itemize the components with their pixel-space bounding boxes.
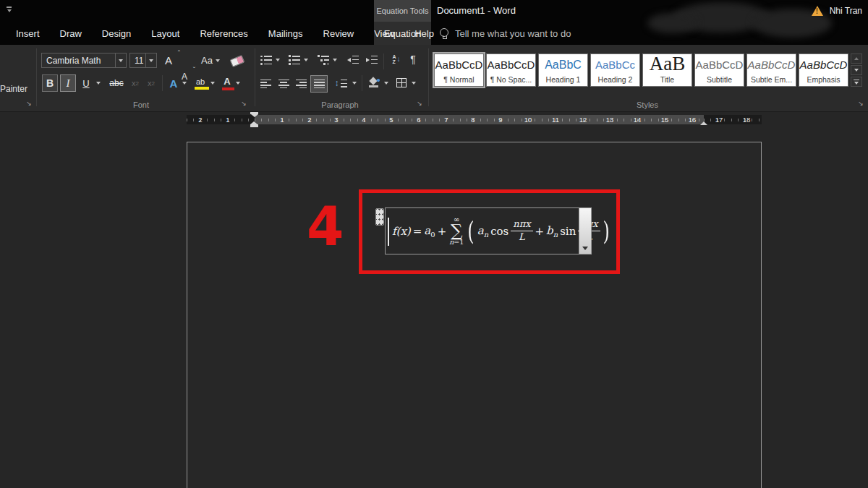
style-emphasis[interactable]: AaBbCcD Emphasis [799, 53, 848, 87]
line-spacing-button[interactable]: ↕ [332, 76, 349, 90]
account-area[interactable]: Nhi Tran [812, 0, 862, 22]
align-right-button[interactable] [294, 77, 308, 90]
ruler-number: 13 [606, 115, 614, 124]
tab-layout[interactable]: Layout [141, 22, 190, 45]
chevron-down-icon [384, 82, 388, 85]
font-dialog-launcher[interactable]: ↘ [239, 99, 248, 108]
styles-scroll-up-button[interactable] [851, 53, 862, 64]
paint-bucket-icon [368, 77, 380, 87]
chevron-down-icon [333, 59, 337, 61]
tab-view[interactable]: View [364, 22, 404, 45]
multilevel-list-icon [318, 56, 329, 65]
numbered-list-menu-button[interactable] [302, 55, 310, 65]
shading-button[interactable] [366, 75, 382, 90]
eq-an: an [477, 224, 488, 239]
superscript-button[interactable]: x2 [144, 74, 158, 92]
shading-menu-button[interactable] [382, 77, 391, 89]
chevron-down-icon [412, 82, 416, 85]
strikethrough-button[interactable]: abc [106, 74, 127, 92]
justify-icon [314, 80, 325, 89]
eq-open-paren: ( [467, 218, 475, 244]
text-effects-button[interactable]: A [166, 74, 181, 92]
tab-draw[interactable]: Draw [50, 22, 92, 45]
clipboard-dialog-launcher[interactable]: ↘ [25, 99, 33, 108]
multilevel-list-button[interactable] [317, 54, 330, 66]
ruler-number: 4 [362, 115, 365, 124]
background-cloud-decoration [647, 13, 698, 33]
right-indent-marker[interactable] [700, 121, 707, 125]
equation-object[interactable]: f(x) = a0 + ∞ ∑ n=1 ( an cos nπx L + bn … [385, 207, 579, 254]
quick-access-toolbar-icon[interactable] [6, 7, 12, 12]
style-subtitle[interactable]: AaBbCcD Subtitle [694, 53, 744, 87]
font-name-select[interactable]: Cambria Math [41, 53, 127, 68]
chevron-down-icon [854, 69, 859, 72]
font-color-button[interactable]: A [219, 74, 235, 92]
text-highlight-menu-button[interactable] [208, 74, 217, 92]
ruler-number: 9 [498, 115, 502, 124]
grow-font-button[interactable]: Aˆ [161, 53, 176, 68]
style-heading-2[interactable]: AaBbCc Heading 2 [590, 53, 640, 87]
tell-me-search[interactable]: Tell me what you want to do [440, 22, 571, 45]
tab-references[interactable]: References [190, 22, 258, 45]
text-effects-menu-button[interactable] [180, 74, 189, 92]
bullet-list-button[interactable] [260, 54, 273, 66]
change-case-button[interactable]: Aa [197, 53, 224, 68]
bold-button[interactable]: B [42, 74, 58, 92]
bullet-list-menu-button[interactable] [273, 55, 282, 65]
ruler-number: 15 [661, 115, 669, 124]
ruler-right-margin: 17 18 [704, 115, 762, 124]
format-painter-label[interactable]: Painter [0, 84, 27, 94]
line-spacing-menu-button[interactable] [350, 77, 359, 89]
chevron-down-icon [582, 247, 588, 250]
font-color-menu-button[interactable] [234, 74, 242, 92]
equation-drag-handle[interactable] [375, 208, 384, 226]
style-subtle-emphasis[interactable]: AaBbCcD Subtle Em... [746, 53, 796, 87]
ruler-number: 12 [579, 115, 587, 124]
lightbulb-icon [440, 28, 448, 39]
equation-options-dropdown[interactable] [579, 207, 592, 254]
align-left-button[interactable] [258, 77, 273, 90]
italic-glyph: I [67, 77, 70, 90]
borders-button[interactable] [394, 76, 409, 89]
eq-fraction: nπx L [511, 219, 532, 243]
style-no-spacing[interactable]: AaBbCcD ¶ No Spac... [486, 53, 536, 87]
paragraph-dialog-launcher[interactable]: ↘ [415, 99, 424, 108]
underline-menu-button[interactable] [94, 74, 103, 92]
multilevel-list-menu-button[interactable] [331, 55, 339, 65]
style-normal[interactable]: AaBbCcD ¶ Normal [434, 53, 484, 87]
font-size-select[interactable]: 11 [129, 53, 157, 68]
tab-insert[interactable]: Insert [6, 22, 50, 45]
italic-button[interactable]: I [60, 74, 76, 92]
line-spacing-icon: ↕ [335, 78, 339, 88]
styles-scroll-down-button[interactable] [851, 65, 862, 75]
justify-button[interactable] [310, 75, 328, 93]
show-formatting-marks-button[interactable]: ¶ [407, 53, 420, 66]
ribbon-tabs: Insert Draw Design Layout References Mai… [6, 22, 444, 45]
styles-gallery-more-button[interactable] [851, 77, 862, 87]
styles-dialog-launcher[interactable]: ↘ [856, 99, 865, 108]
style-heading-1[interactable]: AaBbC Heading 1 [538, 53, 588, 87]
sort-button[interactable]: AZ ↓ [389, 53, 404, 66]
tab-review[interactable]: Review [313, 22, 365, 45]
user-name: Nhi Tran [830, 6, 862, 16]
eq-a0: a0 [424, 224, 435, 239]
eq-plus: + [535, 225, 545, 238]
chevron-down-icon [276, 59, 280, 61]
clear-formatting-button[interactable] [229, 53, 246, 68]
ruler-left-margin: 2 1 [187, 115, 255, 124]
hanging-indent-marker[interactable] [250, 121, 258, 127]
first-line-indent-marker[interactable] [250, 112, 258, 117]
numbered-list-button[interactable] [288, 54, 301, 66]
align-center-button[interactable] [276, 77, 291, 90]
decrease-indent-button[interactable] [346, 54, 360, 66]
text-highlight-button[interactable]: ab [191, 74, 210, 92]
tab-mailings[interactable]: Mailings [258, 22, 313, 45]
increase-indent-button[interactable] [365, 54, 379, 66]
style-title[interactable]: AaB Title [642, 53, 692, 87]
tab-design[interactable]: Design [92, 22, 141, 45]
tab-help[interactable]: Help [404, 22, 444, 45]
font-size-value: 11 [135, 56, 143, 66]
subscript-button[interactable]: x2 [128, 74, 142, 92]
borders-menu-button[interactable] [409, 77, 418, 89]
underline-button[interactable]: U [79, 74, 93, 92]
